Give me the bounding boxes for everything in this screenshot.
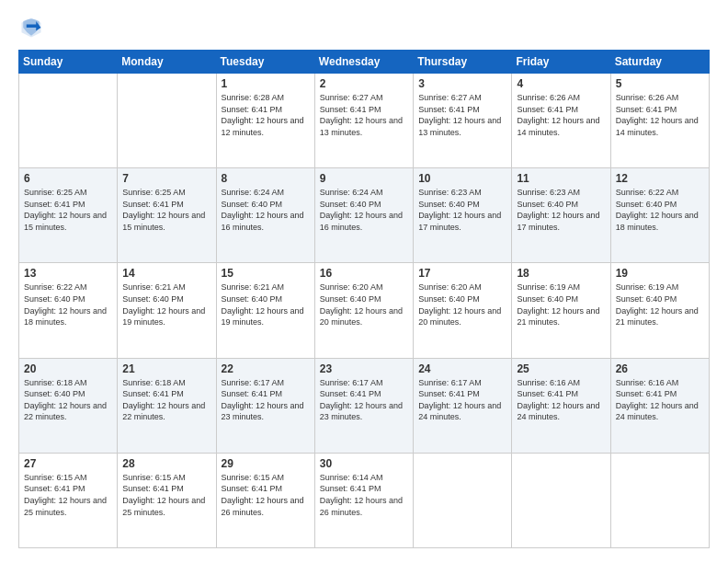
col-header-tuesday: Tuesday — [216, 51, 314, 74]
day-info: Sunrise: 6:23 AM Sunset: 6:40 PM Dayligh… — [517, 187, 605, 233]
calendar-body: 1Sunrise: 6:28 AM Sunset: 6:41 PM Daylig… — [19, 74, 710, 548]
calendar-cell: 19Sunrise: 6:19 AM Sunset: 6:40 PM Dayli… — [610, 263, 709, 358]
calendar-cell: 4Sunrise: 6:26 AM Sunset: 6:41 PM Daylig… — [512, 74, 610, 168]
week-row-0: 1Sunrise: 6:28 AM Sunset: 6:41 PM Daylig… — [19, 74, 710, 168]
day-info: Sunrise: 6:15 AM Sunset: 6:41 PM Dayligh… — [222, 472, 310, 518]
day-info: Sunrise: 6:16 AM Sunset: 6:41 PM Dayligh… — [517, 377, 605, 423]
day-number: 26 — [616, 362, 704, 375]
col-header-wednesday: Wednesday — [314, 51, 413, 74]
day-info: Sunrise: 6:26 AM Sunset: 6:41 PM Dayligh… — [517, 92, 605, 138]
calendar-cell: 14Sunrise: 6:21 AM Sunset: 6:40 PM Dayli… — [118, 263, 216, 358]
calendar-cell: 24Sunrise: 6:17 AM Sunset: 6:41 PM Dayli… — [414, 358, 512, 453]
day-number: 8 — [222, 172, 310, 185]
day-number: 18 — [517, 267, 605, 280]
day-info: Sunrise: 6:18 AM Sunset: 6:41 PM Dayligh… — [122, 377, 210, 423]
day-info: Sunrise: 6:22 AM Sunset: 6:40 PM Dayligh… — [24, 282, 112, 327]
day-info: Sunrise: 6:24 AM Sunset: 6:40 PM Dayligh… — [320, 187, 408, 233]
day-number: 25 — [517, 362, 605, 375]
day-number: 2 — [320, 77, 408, 90]
day-number: 4 — [517, 77, 605, 90]
day-info: Sunrise: 6:14 AM Sunset: 6:41 PM Dayligh… — [320, 472, 408, 518]
calendar-cell: 17Sunrise: 6:20 AM Sunset: 6:40 PM Dayli… — [414, 263, 512, 358]
day-number: 15 — [222, 267, 310, 280]
day-number: 11 — [517, 172, 605, 185]
col-header-sunday: Sunday — [19, 51, 118, 74]
logo — [18, 15, 48, 40]
day-info: Sunrise: 6:20 AM Sunset: 6:40 PM Dayligh… — [418, 282, 506, 327]
calendar-cell: 11Sunrise: 6:23 AM Sunset: 6:40 PM Dayli… — [512, 168, 610, 263]
day-info: Sunrise: 6:26 AM Sunset: 6:41 PM Dayligh… — [616, 92, 704, 138]
day-info: Sunrise: 6:23 AM Sunset: 6:40 PM Dayligh… — [418, 187, 506, 233]
calendar-header: SundayMondayTuesdayWednesdayThursdayFrid… — [19, 51, 710, 74]
calendar-cell: 5Sunrise: 6:26 AM Sunset: 6:41 PM Daylig… — [610, 74, 709, 168]
day-info: Sunrise: 6:27 AM Sunset: 6:41 PM Dayligh… — [320, 92, 408, 138]
calendar-cell: 22Sunrise: 6:17 AM Sunset: 6:41 PM Dayli… — [216, 358, 314, 453]
col-header-saturday: Saturday — [610, 51, 709, 74]
calendar-cell — [414, 453, 512, 547]
calendar-cell: 3Sunrise: 6:27 AM Sunset: 6:41 PM Daylig… — [414, 74, 512, 168]
calendar-cell: 1Sunrise: 6:28 AM Sunset: 6:41 PM Daylig… — [216, 74, 314, 168]
day-number: 27 — [24, 457, 112, 470]
calendar-cell: 13Sunrise: 6:22 AM Sunset: 6:40 PM Dayli… — [19, 263, 118, 358]
day-number: 29 — [222, 457, 310, 470]
day-number: 9 — [320, 172, 408, 185]
day-info: Sunrise: 6:17 AM Sunset: 6:41 PM Dayligh… — [222, 377, 310, 423]
day-number: 12 — [616, 172, 704, 185]
calendar-cell: 27Sunrise: 6:15 AM Sunset: 6:41 PM Dayli… — [19, 453, 118, 547]
calendar-cell — [118, 74, 216, 168]
calendar-cell: 16Sunrise: 6:20 AM Sunset: 6:40 PM Dayli… — [314, 263, 413, 358]
calendar-cell: 2Sunrise: 6:27 AM Sunset: 6:41 PM Daylig… — [314, 74, 413, 168]
calendar-cell: 26Sunrise: 6:16 AM Sunset: 6:41 PM Dayli… — [610, 358, 709, 453]
day-number: 23 — [320, 362, 408, 375]
day-info: Sunrise: 6:19 AM Sunset: 6:40 PM Dayligh… — [517, 282, 605, 327]
day-number: 3 — [418, 77, 506, 90]
calendar-cell: 25Sunrise: 6:16 AM Sunset: 6:41 PM Dayli… — [512, 358, 610, 453]
day-info: Sunrise: 6:22 AM Sunset: 6:40 PM Dayligh… — [616, 187, 704, 233]
calendar: SundayMondayTuesdayWednesdayThursdayFrid… — [18, 50, 710, 548]
day-number: 1 — [222, 77, 310, 90]
week-row-1: 6Sunrise: 6:25 AM Sunset: 6:41 PM Daylig… — [19, 168, 710, 263]
day-number: 16 — [320, 267, 408, 280]
calendar-cell: 23Sunrise: 6:17 AM Sunset: 6:41 PM Dayli… — [314, 358, 413, 453]
day-info: Sunrise: 6:15 AM Sunset: 6:41 PM Dayligh… — [24, 472, 112, 518]
day-info: Sunrise: 6:19 AM Sunset: 6:40 PM Dayligh… — [616, 282, 704, 327]
day-number: 28 — [122, 457, 210, 470]
logo-icon — [18, 15, 44, 40]
calendar-cell: 15Sunrise: 6:21 AM Sunset: 6:40 PM Dayli… — [216, 263, 314, 358]
day-info: Sunrise: 6:25 AM Sunset: 6:41 PM Dayligh… — [24, 187, 112, 233]
day-number: 21 — [122, 362, 210, 375]
day-number: 7 — [122, 172, 210, 185]
calendar-cell — [512, 453, 610, 547]
day-number: 14 — [122, 267, 210, 280]
day-number: 19 — [616, 267, 704, 280]
header — [18, 15, 710, 40]
calendar-cell: 18Sunrise: 6:19 AM Sunset: 6:40 PM Dayli… — [512, 263, 610, 358]
day-info: Sunrise: 6:15 AM Sunset: 6:41 PM Dayligh… — [122, 472, 210, 518]
calendar-cell: 6Sunrise: 6:25 AM Sunset: 6:41 PM Daylig… — [19, 168, 118, 263]
day-info: Sunrise: 6:18 AM Sunset: 6:40 PM Dayligh… — [24, 377, 112, 423]
day-info: Sunrise: 6:20 AM Sunset: 6:40 PM Dayligh… — [320, 282, 408, 327]
calendar-cell: 7Sunrise: 6:25 AM Sunset: 6:41 PM Daylig… — [118, 168, 216, 263]
day-info: Sunrise: 6:17 AM Sunset: 6:41 PM Dayligh… — [418, 377, 506, 423]
day-number: 6 — [24, 172, 112, 185]
day-number: 17 — [418, 267, 506, 280]
calendar-cell: 8Sunrise: 6:24 AM Sunset: 6:40 PM Daylig… — [216, 168, 314, 263]
day-info: Sunrise: 6:16 AM Sunset: 6:41 PM Dayligh… — [616, 377, 704, 423]
day-number: 30 — [320, 457, 408, 470]
day-info: Sunrise: 6:21 AM Sunset: 6:40 PM Dayligh… — [222, 282, 310, 327]
week-row-3: 20Sunrise: 6:18 AM Sunset: 6:40 PM Dayli… — [19, 358, 710, 453]
header-row: SundayMondayTuesdayWednesdayThursdayFrid… — [19, 51, 710, 74]
day-info: Sunrise: 6:27 AM Sunset: 6:41 PM Dayligh… — [418, 92, 506, 138]
day-number: 10 — [418, 172, 506, 185]
day-number: 20 — [24, 362, 112, 375]
day-info: Sunrise: 6:24 AM Sunset: 6:40 PM Dayligh… — [222, 187, 310, 233]
calendar-cell — [610, 453, 709, 547]
col-header-friday: Friday — [512, 51, 610, 74]
day-number: 24 — [418, 362, 506, 375]
calendar-cell: 29Sunrise: 6:15 AM Sunset: 6:41 PM Dayli… — [216, 453, 314, 547]
col-header-monday: Monday — [118, 51, 216, 74]
calendar-cell: 10Sunrise: 6:23 AM Sunset: 6:40 PM Dayli… — [414, 168, 512, 263]
day-info: Sunrise: 6:21 AM Sunset: 6:40 PM Dayligh… — [122, 282, 210, 327]
calendar-cell — [19, 74, 118, 168]
day-info: Sunrise: 6:28 AM Sunset: 6:41 PM Dayligh… — [222, 92, 310, 138]
